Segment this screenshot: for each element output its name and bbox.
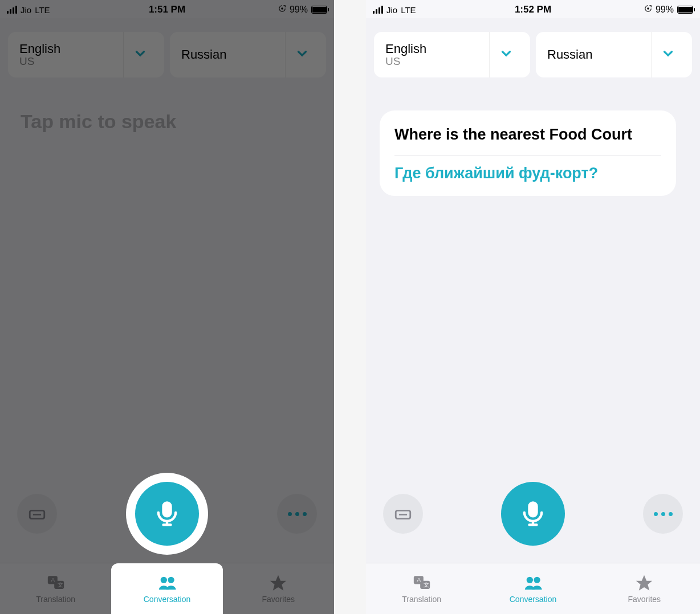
source-language-name: English: [385, 42, 426, 56]
source-language-sub: US: [19, 55, 60, 68]
translation-bubble[interactable]: Where is the nearest Food Court Где ближ…: [380, 110, 676, 196]
controls-row: [366, 482, 700, 563]
keyboard-button[interactable]: [383, 494, 423, 534]
tab-bar: A文 Translation Conversation Favorites: [0, 563, 334, 614]
target-language-name: Russian: [181, 47, 226, 62]
svg-point-11: [168, 577, 174, 583]
carrier-label: Jio: [386, 5, 397, 15]
battery-pct-label: 99%: [290, 5, 308, 15]
tab-conversation[interactable]: Conversation: [477, 563, 588, 614]
ellipsis-icon: [654, 512, 673, 516]
target-language-selector[interactable]: Russian: [170, 32, 326, 77]
tab-bar: A文 Translation Conversation Favorites: [366, 563, 700, 614]
svg-text:A: A: [51, 576, 55, 583]
chevron-down-icon: [661, 46, 675, 63]
carrier-label: Jio: [21, 5, 31, 15]
conversation-icon: [156, 574, 178, 593]
keyboard-button[interactable]: [17, 494, 57, 534]
bubble-divider: [394, 155, 661, 155]
controls-row: [0, 482, 334, 563]
source-language-selector[interactable]: English US: [8, 32, 164, 77]
chevron-down-icon: [133, 46, 148, 63]
status-bar: Jio LTE 1:52 PM 99%: [366, 0, 700, 18]
svg-marker-12: [270, 575, 286, 591]
tab-favorites[interactable]: Favorites: [589, 563, 700, 614]
source-language-selector[interactable]: English US: [374, 32, 530, 77]
source-language-name: English: [19, 42, 60, 56]
svg-rect-3: [164, 503, 171, 517]
tab-translation[interactable]: A文 Translation: [0, 563, 111, 614]
signal-icon: [373, 6, 383, 14]
rotation-lock-icon: [278, 5, 286, 15]
chevron-down-icon: [295, 46, 310, 63]
network-label: LTE: [401, 5, 416, 15]
svg-rect-16: [530, 503, 537, 517]
status-bar: Jio LTE 1:51 PM 99%: [0, 0, 334, 18]
battery-icon: [311, 6, 327, 14]
tab-favorites[interactable]: Favorites: [223, 563, 334, 614]
svg-point-0: [282, 8, 283, 9]
tab-favorites-label: Favorites: [628, 595, 661, 604]
target-language-name: Russian: [547, 47, 592, 62]
translation-icon: A文: [44, 574, 67, 593]
svg-marker-25: [636, 575, 652, 591]
more-button[interactable]: [277, 494, 317, 534]
svg-point-13: [648, 8, 649, 9]
translation-icon: A文: [410, 574, 433, 593]
battery-pct-label: 99%: [656, 5, 674, 15]
language-selector-row: English US Russian: [0, 18, 334, 88]
source-text: Where is the nearest Food Court: [394, 125, 661, 145]
svg-text:文: 文: [423, 582, 429, 588]
translated-text: Где ближайший фуд-корт?: [394, 163, 661, 183]
phone-screen-right: Jio LTE 1:52 PM 99% English US Russian W…: [366, 0, 700, 614]
conversation-icon: [522, 574, 544, 593]
more-button[interactable]: [643, 494, 683, 534]
tab-translation[interactable]: A文 Translation: [366, 563, 477, 614]
tab-conversation-label: Conversation: [510, 595, 557, 604]
signal-icon: [7, 6, 17, 14]
tab-favorites-label: Favorites: [262, 595, 295, 604]
mic-button[interactable]: [135, 482, 199, 546]
tab-translation-label: Translation: [36, 595, 75, 604]
mic-button[interactable]: [501, 482, 565, 546]
svg-text:文: 文: [57, 582, 63, 588]
time-label: 1:51 PM: [149, 4, 185, 15]
target-language-selector[interactable]: Russian: [536, 32, 692, 77]
chevron-down-icon: [499, 46, 514, 63]
phone-screen-left: Jio LTE 1:51 PM 99% English US Russian T…: [0, 0, 334, 614]
ellipsis-icon: [288, 512, 307, 516]
star-icon: [633, 574, 656, 593]
battery-icon: [677, 6, 693, 14]
star-icon: [267, 574, 290, 593]
network-label: LTE: [35, 5, 50, 15]
tab-translation-label: Translation: [402, 595, 441, 604]
tab-conversation[interactable]: Conversation: [111, 563, 222, 614]
time-label: 1:52 PM: [515, 4, 551, 15]
conversation-content: Where is the nearest Food Court Где ближ…: [366, 88, 700, 482]
tab-conversation-label: Conversation: [144, 595, 191, 604]
source-language-sub: US: [385, 55, 426, 68]
svg-point-10: [161, 577, 167, 583]
svg-point-23: [527, 577, 533, 583]
tap-mic-hint: Tap mic to speak: [0, 88, 334, 155]
svg-text:A: A: [417, 576, 421, 583]
rotation-lock-icon: [644, 5, 652, 15]
svg-point-24: [534, 577, 540, 583]
language-selector-row: English US Russian: [366, 18, 700, 88]
